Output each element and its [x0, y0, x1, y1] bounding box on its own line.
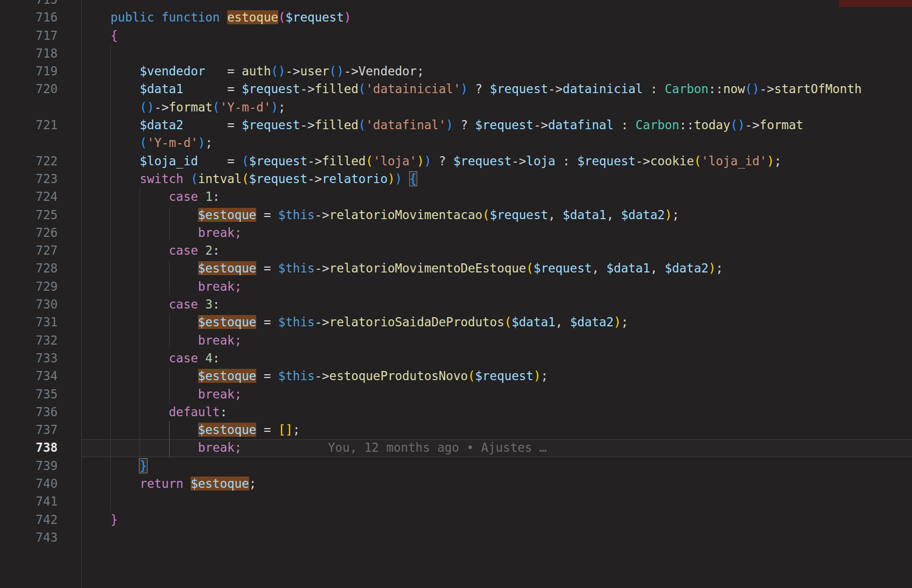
code-line[interactable]: 735 break;	[0, 386, 912, 403]
code-editor[interactable]: 715716 public function estoque($request)…	[0, 0, 912, 588]
code-line[interactable]: 719 $vendedor = auth()->user()->Vendedor…	[0, 62, 912, 80]
code-line-text: $vendedor = auth()->user()->Vendedor;	[81, 62, 424, 80]
line-number[interactable]: 720	[0, 80, 58, 98]
code-line-text: $estoque = $this->relatorioMovimentacao(…	[81, 206, 679, 224]
code-line[interactable]: 740 return $estoque;	[0, 475, 912, 493]
code-line[interactable]: ()->format('Y-m-d');	[0, 99, 912, 116]
line-number[interactable]: 740	[0, 475, 58, 493]
code-line-text: break;	[81, 332, 242, 349]
line-number[interactable]: 715	[0, 0, 58, 9]
code-line-text: }	[81, 457, 147, 475]
line-number[interactable]: 730	[0, 296, 58, 313]
code-line[interactable]: 741	[0, 493, 912, 510]
code-line[interactable]: 730 case 3:	[0, 296, 912, 313]
code-line-text: }	[81, 511, 118, 529]
code-line-text: $estoque = $this->relatorioMovimentoDeEs…	[81, 260, 723, 277]
line-number[interactable]: 728	[0, 260, 58, 277]
code-area[interactable]: 715716 public function estoque($request)…	[0, 0, 912, 547]
code-line-text: ('Y-m-d');	[81, 134, 213, 152]
line-number[interactable]: 717	[0, 27, 58, 45]
code-line-text: public function estoque($request)	[81, 9, 351, 26]
line-number[interactable]: 733	[0, 349, 58, 367]
line-number[interactable]: 719	[0, 62, 58, 80]
line-number[interactable]: 721	[0, 116, 58, 134]
code-line[interactable]: 729 break;	[0, 278, 912, 296]
code-line[interactable]: 732 break;	[0, 332, 912, 349]
line-number[interactable]: 727	[0, 242, 58, 260]
code-line[interactable]: 736 default:	[0, 403, 912, 421]
line-number[interactable]: 716	[0, 9, 58, 26]
code-line[interactable]: 720 $data1 = $request->filled('datainici…	[0, 80, 912, 98]
code-line[interactable]: 723 switch (intval($request->relatorio))…	[0, 170, 912, 188]
line-number[interactable]: 743	[0, 529, 58, 547]
code-line-text: return $estoque;	[81, 475, 256, 493]
code-line[interactable]: 733 case 4:	[0, 349, 912, 367]
code-line-text: break;You, 12 months ago • Ajustes …	[81, 439, 546, 457]
line-number[interactable]: 723	[0, 170, 58, 188]
line-number[interactable]: 741	[0, 493, 58, 510]
line-number[interactable]: 725	[0, 206, 58, 224]
code-line[interactable]: 718	[0, 45, 912, 62]
code-line-text: default:	[81, 403, 227, 421]
code-line[interactable]: 716 public function estoque($request)	[0, 9, 912, 26]
code-line[interactable]: 743	[0, 529, 912, 547]
code-line-text: case 3:	[81, 296, 220, 313]
code-line[interactable]: 738 break;You, 12 months ago • Ajustes …	[0, 439, 912, 457]
code-line[interactable]: ('Y-m-d');	[0, 134, 912, 152]
code-line[interactable]: 731 $estoque = $this->relatorioSaidaDePr…	[0, 313, 912, 331]
line-number[interactable]: 735	[0, 386, 58, 403]
code-line-text: case 2:	[81, 242, 220, 260]
line-number[interactable]: 737	[0, 421, 58, 439]
code-line-text: $loja_id = ($request->filled('loja')) ? …	[81, 152, 782, 170]
code-line-text: $estoque = [];	[81, 421, 300, 439]
line-number[interactable]: 729	[0, 278, 58, 296]
scrollbar-red-decoration	[839, 0, 912, 7]
code-line[interactable]: 721 $data2 = $request->filled('datafinal…	[0, 116, 912, 134]
code-line[interactable]: 715	[0, 0, 912, 9]
code-line-text: $estoque = $this->relatorioSaidaDeProdut…	[81, 313, 628, 331]
code-line[interactable]: 722 $loja_id = ($request->filled('loja')…	[0, 152, 912, 170]
code-line[interactable]: 724 case 1:	[0, 188, 912, 206]
code-line-text: case 1:	[81, 188, 220, 206]
code-line-text: $estoque = $this->estoqueProdutosNovo($r…	[81, 367, 548, 385]
code-line[interactable]: 728 $estoque = $this->relatorioMovimento…	[0, 260, 912, 277]
code-line-text: {	[81, 27, 118, 45]
line-number[interactable]: 742	[0, 511, 58, 529]
code-line-text: $data2 = $request->filled('datafinal') ?…	[81, 116, 803, 134]
git-blame-annotation: You, 12 months ago • Ajustes …	[328, 440, 546, 454]
line-number[interactable]: 718	[0, 45, 58, 62]
code-line[interactable]: 742 }	[0, 511, 912, 529]
code-line-text: case 4:	[81, 349, 220, 367]
code-line-text: break;	[81, 278, 242, 296]
line-number[interactable]: 739	[0, 457, 58, 475]
code-line-text: $data1 = $request->filled('datainicial')…	[81, 80, 862, 98]
code-line[interactable]: 725 $estoque = $this->relatorioMovimenta…	[0, 206, 912, 224]
line-number[interactable]: 731	[0, 313, 58, 331]
line-number[interactable]: 722	[0, 152, 58, 170]
line-number[interactable]: 734	[0, 367, 58, 385]
code-line[interactable]: 717 {	[0, 27, 912, 45]
code-line[interactable]: 734 $estoque = $this->estoqueProdutosNov…	[0, 367, 912, 385]
line-number[interactable]: 736	[0, 403, 58, 421]
code-line-text: ()->format('Y-m-d');	[81, 99, 285, 116]
code-line[interactable]: 727 case 2:	[0, 242, 912, 260]
code-line-text: break;	[81, 386, 242, 403]
code-line[interactable]: 726 break;	[0, 224, 912, 242]
code-line[interactable]: 739 }	[0, 457, 912, 475]
code-line[interactable]: 737 $estoque = [];	[0, 421, 912, 439]
line-number[interactable]: 732	[0, 332, 58, 349]
line-number[interactable]: 724	[0, 188, 58, 206]
code-line-text: break;	[81, 224, 242, 242]
code-line-text: switch (intval($request->relatorio)) {	[81, 170, 417, 188]
line-number[interactable]: 726	[0, 224, 58, 242]
line-number[interactable]: 738	[0, 439, 58, 457]
